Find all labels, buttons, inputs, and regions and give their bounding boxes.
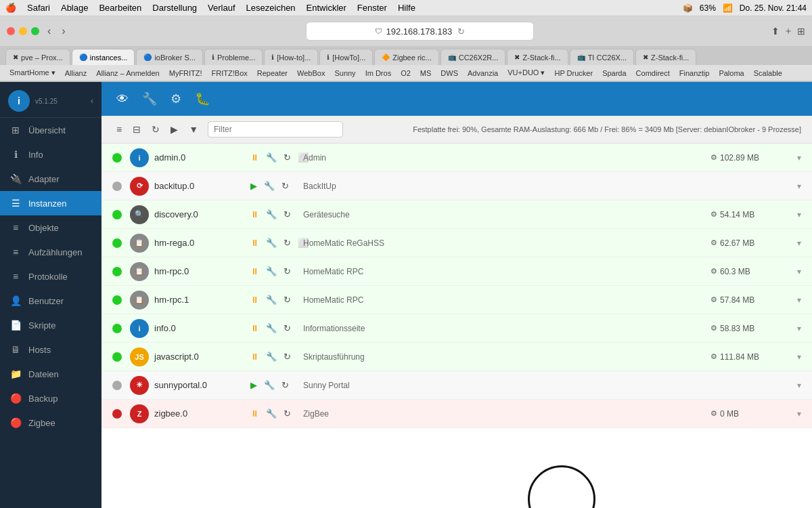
bookmark-advanzia[interactable]: Advanzia bbox=[464, 68, 502, 79]
grid-view-btn[interactable]: ⊟ bbox=[129, 121, 145, 137]
expand-btn-javascript.0[interactable]: ▾ bbox=[797, 352, 801, 362]
menu-hilfe[interactable]: Hilfe bbox=[398, 3, 415, 13]
expand-btn-zigbee.0[interactable]: ▾ bbox=[797, 409, 801, 419]
wrench-btn-backitup.0[interactable]: 🔧 bbox=[263, 179, 276, 192]
play-btn-sunnyportal.0[interactable]: ▶ bbox=[249, 379, 258, 391]
bookmark-scalable[interactable]: Scalable bbox=[750, 68, 786, 79]
sidebar-collapse-button[interactable]: ‹ bbox=[91, 96, 93, 106]
new-tab-button[interactable]: ＋ bbox=[784, 25, 793, 37]
play-btn-backitup.0[interactable]: ▶ bbox=[249, 179, 258, 192]
bookmark-fritz-box[interactable]: FRITZ!Box bbox=[208, 68, 252, 79]
address-bar[interactable]: 🛡 192.168.178.183 ↻ bbox=[306, 22, 534, 41]
refresh-btn-hm-rega.0[interactable]: ↻ bbox=[282, 236, 292, 249]
refresh-btn-backitup.0[interactable]: ↻ bbox=[280, 179, 290, 192]
sidebar-item-ubersicht[interactable]: ⊞Übersicht bbox=[0, 118, 102, 142]
menu-entwickler[interactable]: Entwickler bbox=[307, 3, 346, 13]
menu-darstellung[interactable]: Darstellung bbox=[152, 3, 197, 13]
refresh-btn-sunnyportal.0[interactable]: ↻ bbox=[280, 379, 290, 391]
close-button[interactable] bbox=[7, 27, 15, 35]
start-all-btn[interactable]: ▶ bbox=[166, 121, 182, 137]
wrench-btn-discovery.0[interactable]: 🔧 bbox=[265, 208, 278, 221]
refresh-btn-javascript.0[interactable]: ↻ bbox=[282, 350, 292, 363]
filter-btn[interactable]: ▼ bbox=[185, 121, 202, 137]
sidebar-item-adapter[interactable]: 🔌Adapter bbox=[0, 167, 102, 191]
bookmark-dws[interactable]: DWS bbox=[436, 68, 462, 79]
refresh-btn-info.0[interactable]: ↻ bbox=[282, 322, 292, 335]
sidebar-item-info[interactable]: ℹInfo bbox=[0, 142, 102, 167]
refresh-btn-hm-rpc.0[interactable]: ↻ bbox=[282, 265, 292, 278]
wrench-icon[interactable]: 🔧 bbox=[138, 87, 161, 110]
expand-btn-hm-rpc.1[interactable]: ▾ bbox=[797, 295, 801, 305]
wrench-btn-sunnyportal.0[interactable]: 🔧 bbox=[263, 379, 276, 391]
menu-safari[interactable]: Safari bbox=[27, 3, 50, 13]
bookmark-allianz[interactable]: Allianz bbox=[61, 68, 91, 79]
pause-btn-admin.0[interactable]: ⏸ bbox=[249, 151, 261, 164]
bookmark-comdirect[interactable]: Comdirect bbox=[632, 68, 674, 79]
bookmark-vu-duo--[interactable]: VU+DUO ▾ bbox=[503, 67, 549, 79]
refresh-icon[interactable]: ↻ bbox=[457, 26, 465, 37]
bookmark-paloma[interactable]: Paloma bbox=[715, 68, 748, 79]
pause-btn-hm-rega.0[interactable]: ⏸ bbox=[249, 236, 261, 249]
expand-btn-discovery.0[interactable]: ▾ bbox=[797, 210, 801, 219]
bookmark-myfritz-[interactable]: MyFRITZ! bbox=[165, 68, 206, 79]
bookmark-hp-drucker[interactable]: HP Drucker bbox=[550, 68, 597, 79]
maximize-button[interactable] bbox=[31, 27, 39, 35]
refresh-btn-zigbee.0[interactable]: ↻ bbox=[282, 407, 292, 420]
sidebar-item-benutzer[interactable]: 👤Benutzer bbox=[0, 289, 102, 313]
bookmark-o2[interactable]: O2 bbox=[397, 68, 415, 79]
apple-menu[interactable]: 🍎 bbox=[5, 3, 16, 13]
wrench-btn-zigbee.0[interactable]: 🔧 bbox=[265, 407, 278, 420]
wrench-btn-hm-rpc.1[interactable]: 🔧 bbox=[265, 293, 278, 306]
expand-btn-sunnyportal.0[interactable]: ▾ bbox=[797, 381, 801, 390]
menu-lesezeichen[interactable]: Lesezeichen bbox=[246, 3, 296, 13]
browser-tab-zigbee-ric---[interactable]: 🔶Zigbee ric... bbox=[374, 49, 438, 65]
filter-input[interactable] bbox=[208, 121, 343, 137]
pause-btn-info.0[interactable]: ⏸ bbox=[249, 322, 261, 335]
expand-btn-hm-rega.0[interactable]: ▾ bbox=[797, 238, 801, 248]
refresh-btn-admin.0[interactable]: ↻ bbox=[282, 151, 292, 164]
bookmark-sunny[interactable]: Sunny bbox=[330, 68, 359, 79]
refresh-btn[interactable]: ↻ bbox=[148, 121, 164, 137]
browser-tab--how-to----[interactable]: ℹ[How-to]... bbox=[264, 49, 318, 65]
expand-btn-backitup.0[interactable]: ▾ bbox=[797, 182, 801, 191]
sidebar-item-backup[interactable]: 🔴Backup bbox=[0, 386, 102, 410]
expand-btn-info.0[interactable]: ▾ bbox=[797, 324, 801, 333]
pause-btn-hm-rpc.1[interactable]: ⏸ bbox=[249, 293, 261, 306]
wrench-btn-hm-rega.0[interactable]: 🔧 bbox=[265, 236, 278, 249]
browser-tab-probleme---[interactable]: ℹProbleme... bbox=[204, 49, 263, 65]
expand-btn-hm-rpc.0[interactable]: ▾ bbox=[797, 267, 801, 276]
minimize-button[interactable] bbox=[19, 27, 27, 35]
bug-icon[interactable]: 🐛 bbox=[191, 87, 214, 110]
sidebar-item-zigbee[interactable]: 🔴Zigbee bbox=[0, 410, 102, 435]
bookmark-allianz---anmelden[interactable]: Allianz – Anmelden bbox=[92, 68, 164, 79]
browser-tab-z-stack-fi---[interactable]: ✖Z-Stack-fi... bbox=[635, 49, 696, 65]
menu-fenster[interactable]: Fenster bbox=[357, 3, 387, 13]
browser-tab-cc26x2r---[interactable]: 📺CC26X2R... bbox=[441, 49, 506, 65]
pause-btn-discovery.0[interactable]: ⏸ bbox=[249, 208, 261, 221]
back-button[interactable]: ‹ bbox=[45, 22, 53, 40]
pause-btn-hm-rpc.0[interactable]: ⏸ bbox=[249, 265, 261, 278]
sidebar-item-aufzahlungen[interactable]: ≡Aufzählungen bbox=[0, 240, 102, 264]
eye-icon[interactable]: 👁 bbox=[112, 88, 133, 110]
wrench-btn-info.0[interactable]: 🔧 bbox=[265, 322, 278, 335]
bookmark-smarthome--[interactable]: SmartHome ▾ bbox=[5, 67, 60, 79]
forward-button[interactable]: › bbox=[59, 22, 68, 40]
browser-tab-ti-cc26x---[interactable]: 📺TI CC26X... bbox=[570, 49, 634, 65]
sidebar-item-objekte[interactable]: ≡Objekte bbox=[0, 215, 102, 240]
sidebar-item-instanzen[interactable]: ☰Instanzen bbox=[0, 191, 102, 215]
browser-tab-iobroker-s---[interactable]: 🔵ioBroker S... bbox=[136, 49, 203, 65]
sidebar-item-hosts[interactable]: 🖥Hosts bbox=[0, 337, 102, 362]
bookmark-ms[interactable]: MS bbox=[416, 68, 436, 79]
pause-btn-zigbee.0[interactable]: ⏸ bbox=[249, 407, 261, 420]
expand-btn-admin.0[interactable]: ▾ bbox=[797, 153, 801, 163]
bookmark-im-dros[interactable]: Im Dros bbox=[361, 68, 396, 79]
bookmark-sparda[interactable]: Sparda bbox=[598, 68, 630, 79]
wrench-btn-hm-rpc.0[interactable]: 🔧 bbox=[265, 265, 278, 278]
bookmark-repeater[interactable]: Repeater bbox=[253, 68, 292, 79]
menu-ablage[interactable]: Ablage bbox=[61, 3, 88, 13]
refresh-btn-hm-rpc.1[interactable]: ↻ bbox=[282, 293, 292, 306]
pause-btn-javascript.0[interactable]: ⏸ bbox=[249, 350, 261, 363]
bookmark-finanztip[interactable]: Finanztip bbox=[675, 68, 714, 79]
wrench-btn-javascript.0[interactable]: 🔧 bbox=[265, 350, 278, 363]
grid-button[interactable]: ⊞ bbox=[797, 26, 805, 37]
